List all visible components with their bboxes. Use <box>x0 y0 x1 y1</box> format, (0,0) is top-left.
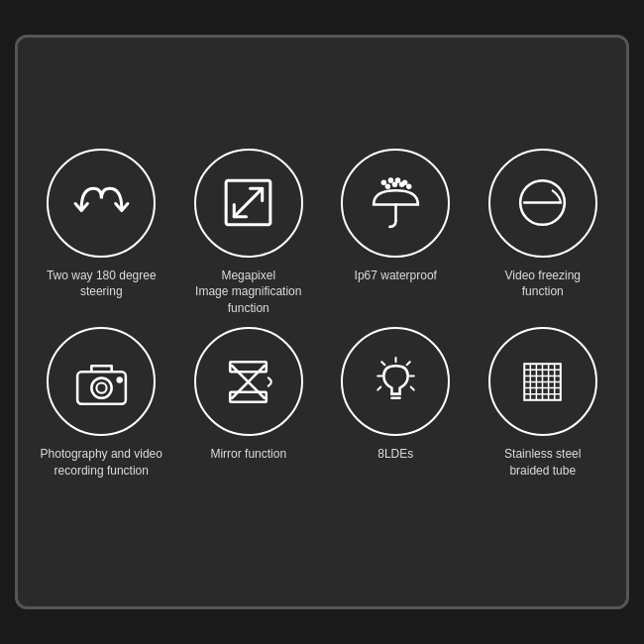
icon-circle-leds <box>341 327 450 436</box>
svg-point-6 <box>386 185 389 188</box>
icon-circle-video-freeze <box>488 149 597 258</box>
svg-point-15 <box>96 382 106 392</box>
umbrella-icon <box>364 170 428 235</box>
svg-point-16 <box>118 377 122 381</box>
icon-circle-camera <box>47 327 156 436</box>
label-video-freeze: Video freezingfunction <box>505 268 582 301</box>
icon-circle-two-way <box>47 149 156 258</box>
led-icon <box>364 350 428 414</box>
svg-line-26 <box>381 362 384 365</box>
feature-two-way: Two way 180 degreesteering <box>28 149 175 317</box>
camera-icon <box>69 350 134 414</box>
features-grid: Two way 180 degreesteering MegapixelImag… <box>28 149 616 496</box>
feature-megapixel: MegapixelImage magnificationfunction <box>175 149 323 317</box>
svg-point-3 <box>389 179 392 182</box>
svg-line-1 <box>235 188 263 216</box>
label-two-way: Two way 180 degreesteering <box>47 268 157 301</box>
braid-icon <box>510 350 575 414</box>
label-mirror: Mirror function <box>210 446 286 463</box>
feature-mirror: Mirror function <box>175 327 323 495</box>
icon-circle-waterproof <box>341 149 450 258</box>
svg-point-7 <box>393 183 396 186</box>
svg-line-29 <box>410 386 413 389</box>
two-way-arrow-icon <box>69 170 134 235</box>
svg-line-28 <box>377 386 380 389</box>
label-waterproof: Ip67 waterproof <box>355 268 437 284</box>
label-braided: Stainless steelbraided tube <box>504 446 581 480</box>
main-frame: Two way 180 degreesteering MegapixelImag… <box>15 35 629 609</box>
icon-circle-megapixel <box>194 149 303 258</box>
freeze-icon <box>510 170 575 235</box>
label-camera: Photography and videorecording function <box>41 446 162 480</box>
magnify-frame-icon <box>216 170 280 235</box>
label-megapixel: MegapixelImage magnificationfunction <box>195 268 301 317</box>
icon-circle-mirror <box>194 327 303 436</box>
feature-braided: Stainless steelbraided tube <box>470 327 617 495</box>
svg-point-4 <box>396 179 399 182</box>
label-leds: 8LDEs <box>377 446 413 463</box>
svg-point-9 <box>407 185 410 188</box>
svg-point-14 <box>91 377 111 397</box>
feature-camera: Photography and videorecording function <box>28 327 175 495</box>
mirror-icon <box>216 350 280 414</box>
svg-line-27 <box>406 362 409 365</box>
feature-leds: 8LDEs <box>322 327 470 495</box>
icon-circle-braided <box>488 327 597 436</box>
svg-point-8 <box>400 183 403 186</box>
feature-waterproof: Ip67 waterproof <box>322 149 470 317</box>
feature-video-freeze: Video freezingfunction <box>470 149 617 317</box>
svg-point-2 <box>382 181 385 184</box>
